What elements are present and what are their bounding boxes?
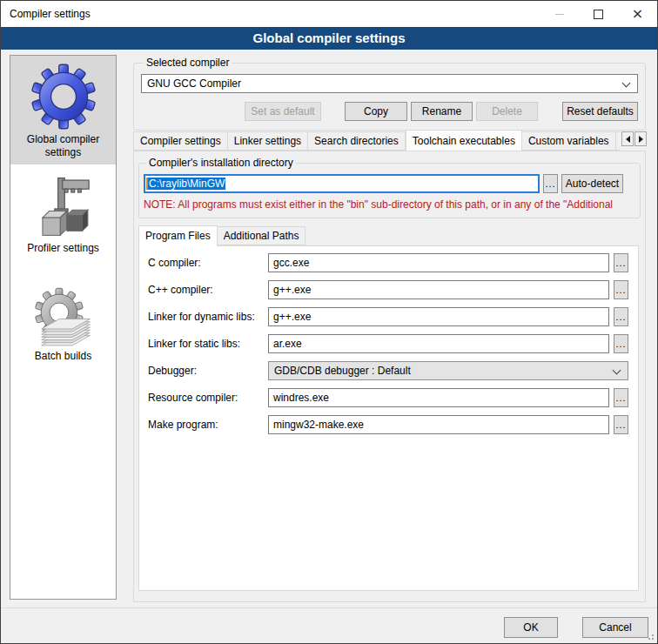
compiler-select[interactable]: GNU GCC Compiler — [141, 74, 638, 93]
copy-button[interactable]: Copy — [345, 102, 407, 121]
sidebar-item-label: Batch builds — [35, 350, 91, 363]
tab-toolchain-executables[interactable]: Toolchain executables — [406, 130, 522, 151]
field-row-c-compiler: C compiler: ... — [148, 253, 628, 272]
tab-search-directories[interactable]: Search directories — [308, 131, 406, 151]
installation-directory-input[interactable]: C:\raylib\MinGW — [144, 174, 540, 193]
installation-directory-group: Compiler's installation directory C:\ray… — [138, 157, 641, 218]
minimize-icon — [555, 14, 564, 15]
static-linker-input[interactable] — [268, 334, 609, 353]
cpp-compiler-input[interactable] — [268, 280, 609, 299]
sidebar-item-global-compiler-settings[interactable]: Global compiler settings — [10, 56, 116, 164]
debugger-select-value: GDB/CDB debugger : Default — [274, 365, 411, 377]
dialog-header: Global compiler settings — [1, 27, 657, 50]
browse-make-program-button[interactable]: ... — [614, 415, 628, 434]
left-arrow-icon — [622, 136, 630, 143]
caption-buttons: × — [540, 1, 657, 27]
tab-scroll-left-button[interactable] — [621, 131, 634, 146]
browse-static-linker-button[interactable]: ... — [614, 334, 628, 353]
installation-directory-group-label: Compiler's installation directory — [146, 157, 296, 169]
selected-compiler-group: Selected compiler GNU GCC Compiler Set a… — [133, 57, 646, 131]
program-files-page: C compiler: ... C++ compiler: ... Linker… — [138, 245, 639, 591]
reset-defaults-button[interactable]: Reset defaults — [562, 102, 638, 121]
tab-program-files[interactable]: Program Files — [138, 225, 218, 246]
field-row-make-program: Make program: ... — [148, 415, 628, 434]
browse-cpp-compiler-button[interactable]: ... — [614, 280, 628, 299]
compiler-actions: Set as default Copy Rename Delete Reset … — [141, 102, 638, 121]
gray-gear-stack-icon — [27, 284, 100, 350]
installation-directory-value: C:\raylib\MinGW — [148, 178, 225, 190]
installation-directory-row: C:\raylib\MinGW ... Auto-detect — [144, 174, 635, 193]
browse-resource-compiler-button[interactable]: ... — [614, 388, 628, 407]
settings-category-list: Global compiler settings — [10, 55, 117, 600]
field-label: Debugger: — [148, 365, 268, 377]
selected-compiler-group-label: Selected compiler — [144, 57, 232, 69]
maximize-icon — [594, 10, 603, 19]
blue-gear-icon — [27, 60, 100, 133]
dynamic-linker-input[interactable] — [268, 307, 609, 326]
compiler-settings-dialog: Compiler settings × Global compiler sett… — [0, 0, 658, 644]
browse-dynamic-linker-button[interactable]: ... — [614, 307, 628, 326]
sidebar-item-batch-builds[interactable]: Batch builds — [10, 279, 116, 368]
tab-scroll-right-button[interactable] — [634, 131, 647, 146]
tab-custom-variables[interactable]: Custom variables — [522, 131, 616, 151]
ok-button[interactable]: OK — [504, 617, 558, 638]
make-program-input[interactable] — [268, 415, 609, 434]
cancel-button[interactable]: Cancel — [582, 617, 648, 638]
browse-c-compiler-button[interactable]: ... — [614, 253, 628, 272]
close-button[interactable]: × — [618, 1, 657, 27]
toolchain-executables-page: Compiler's installation directory C:\ray… — [133, 151, 646, 602]
browse-directory-button[interactable]: ... — [543, 174, 558, 193]
debugger-select[interactable]: GDB/CDB debugger : Default — [268, 361, 628, 380]
field-row-debugger: Debugger: GDB/CDB debugger : Default — [148, 361, 628, 380]
c-compiler-input[interactable] — [268, 253, 609, 272]
field-row-dynamic-linker: Linker for dynamic libs: ... — [148, 307, 628, 326]
chevron-down-icon — [622, 79, 631, 88]
set-as-default-button[interactable]: Set as default — [245, 102, 321, 121]
footer-divider — [1, 607, 657, 608]
field-row-cpp-compiler: C++ compiler: ... — [148, 280, 628, 299]
auto-detect-button[interactable]: Auto-detect — [561, 174, 623, 193]
compiler-select-value: GNU GCC Compiler — [147, 77, 241, 90]
sidebar-item-label: Profiler settings — [27, 242, 99, 255]
titlebar: Compiler settings × — [1, 1, 657, 27]
field-label: C++ compiler: — [148, 284, 268, 296]
tab-compiler-settings[interactable]: Compiler settings — [133, 131, 228, 151]
maximize-button[interactable] — [579, 1, 618, 27]
rename-button[interactable]: Rename — [411, 102, 473, 121]
right-arrow-icon — [639, 136, 647, 143]
field-label: Resource compiler: — [148, 392, 268, 404]
field-label: Make program: — [148, 419, 268, 431]
field-label: C compiler: — [148, 257, 268, 269]
delete-button[interactable]: Delete — [476, 102, 538, 121]
minimize-button[interactable] — [540, 1, 579, 27]
settings-tabstrip: Compiler settings Linker settings Search… — [133, 130, 621, 151]
field-row-resource-compiler: Resource compiler: ... — [148, 388, 628, 407]
field-row-static-linker: Linker for static libs: ... — [148, 334, 628, 353]
sidebar-item-profiler-settings[interactable]: Profiler settings — [10, 171, 116, 260]
resize-grip[interactable] — [652, 638, 654, 640]
program-files-tabstrip: Program Files Additional Paths — [138, 225, 306, 245]
window-title: Compiler settings — [10, 8, 91, 20]
sidebar-item-label: Global compiler settings — [12, 133, 114, 159]
field-label: Linker for dynamic libs: — [148, 311, 268, 323]
resource-compiler-input[interactable] — [268, 388, 609, 407]
close-icon: × — [632, 7, 643, 21]
tab-additional-paths[interactable]: Additional Paths — [218, 226, 306, 245]
note-text: NOTE: All programs must exist either in … — [144, 198, 628, 211]
tab-scroll-buttons — [621, 131, 647, 146]
field-label: Linker for static libs: — [148, 338, 268, 350]
caliper-cubes-icon — [27, 176, 100, 242]
chevron-down-icon — [613, 366, 621, 375]
tab-linker-settings[interactable]: Linker settings — [228, 131, 308, 151]
